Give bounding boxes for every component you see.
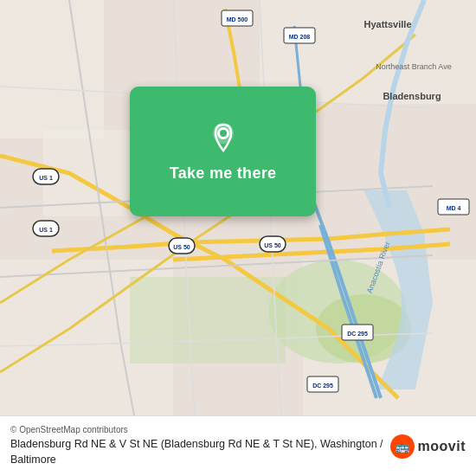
location-card[interactable]: Take me there xyxy=(130,87,316,216)
svg-point-33 xyxy=(220,130,227,137)
address-line: Bladensburg Rd NE & V St NE (Bladensburg… xyxy=(10,437,390,467)
svg-text:DC 295: DC 295 xyxy=(347,331,368,337)
svg-text:US 1: US 1 xyxy=(39,227,53,233)
svg-text:MD 500: MD 500 xyxy=(227,16,248,23)
take-me-there-button[interactable]: Take me there xyxy=(170,164,277,183)
svg-rect-1 xyxy=(0,0,104,138)
osm-credit: © OpenStreetMap contributors xyxy=(10,425,390,434)
svg-text:Hyattsville: Hyattsville xyxy=(363,19,411,29)
info-text-block: © OpenStreetMap contributors Bladensburg… xyxy=(10,425,390,467)
svg-rect-8 xyxy=(130,277,286,363)
svg-text:Northeast Branch Ave: Northeast Branch Ave xyxy=(376,62,451,71)
svg-text:US 50: US 50 xyxy=(173,244,190,250)
svg-text:US 50: US 50 xyxy=(264,242,281,248)
info-bar: © OpenStreetMap contributors Bladensburg… xyxy=(0,415,476,476)
moovit-icon xyxy=(390,434,415,459)
map-container: MD 500 MD 208 US 1 US 1 US 50 US 50 DC 2… xyxy=(0,0,476,415)
svg-text:MD 208: MD 208 xyxy=(289,34,311,40)
moovit-text: moovit xyxy=(418,439,466,454)
moovit-logo: moovit xyxy=(390,434,466,459)
svg-text:DC 295: DC 295 xyxy=(312,383,333,389)
location-pin-icon xyxy=(207,121,240,154)
svg-text:US 1: US 1 xyxy=(39,175,53,181)
svg-text:MD 4: MD 4 xyxy=(447,205,461,211)
svg-text:Bladensburg: Bladensburg xyxy=(383,91,441,101)
